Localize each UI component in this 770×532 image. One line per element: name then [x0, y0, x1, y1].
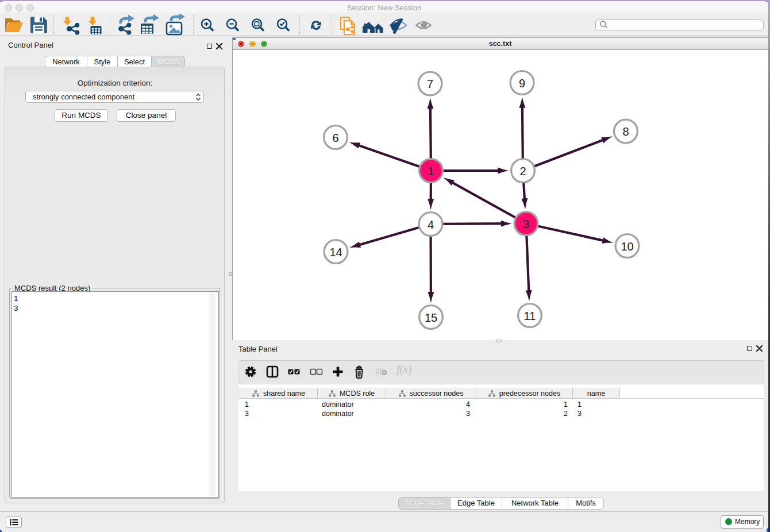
svg-text:3: 3	[523, 218, 529, 230]
svg-text:11: 11	[524, 310, 536, 322]
svg-text:10: 10	[621, 240, 633, 253]
svg-text:7: 7	[427, 78, 433, 90]
svg-text:6: 6	[332, 132, 338, 144]
svg-text:14: 14	[329, 246, 342, 259]
svg-text:4: 4	[428, 218, 434, 231]
svg-text:15: 15	[425, 311, 437, 324]
svg-text:f(x): f(x)	[396, 363, 411, 376]
svg-text:1: 1	[428, 165, 434, 178]
svg-text:2: 2	[519, 165, 526, 178]
svg-text:9: 9	[519, 77, 525, 90]
svg-text:8: 8	[622, 125, 629, 138]
